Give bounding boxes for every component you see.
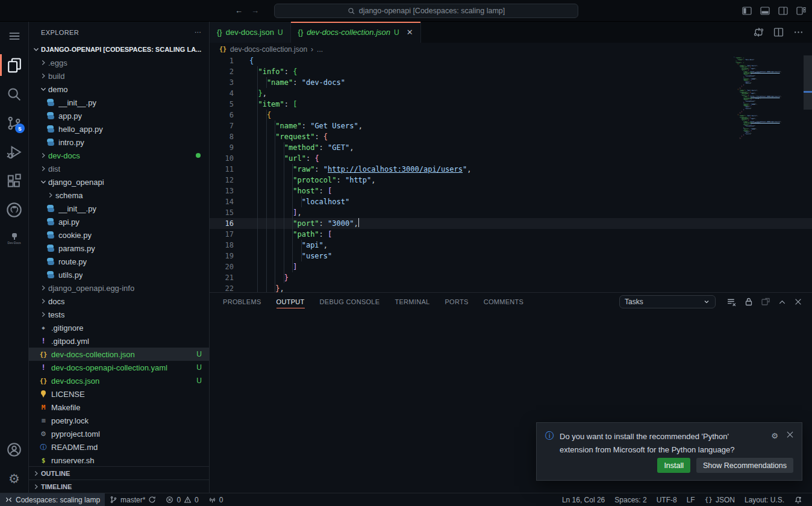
status-indentation[interactable]: Spaces: 2 (610, 493, 651, 506)
tree-item[interactable]: django_openapi (29, 175, 209, 189)
tree-item[interactable]: __init__.py (29, 96, 209, 109)
tree-item[interactable]: ⚙pyproject.toml (29, 427, 209, 440)
tree-item[interactable]: .eggs (29, 56, 209, 69)
editor-line-1[interactable]: 1{ (210, 55, 812, 66)
editor-line-5[interactable]: 5 "item": [ (210, 99, 812, 110)
editor-line-19[interactable]: 19 "users" (210, 251, 812, 261)
breadcrumb-file[interactable]: dev-docs-collection.json (230, 45, 307, 54)
install-button[interactable]: Install (657, 458, 690, 473)
command-center-search[interactable]: django-openapi [Codespaces: scaling lamp… (274, 4, 578, 18)
tree-item[interactable]: utils.py (29, 268, 209, 281)
editor-line-2[interactable]: 2 "info": { (210, 66, 812, 77)
toggle-primary-sidebar-icon[interactable] (742, 7, 752, 15)
tree-item[interactable]: !dev-docs-openapi-collection.yamlU (29, 361, 209, 374)
breadcrumb-more[interactable]: ... (317, 45, 323, 54)
tree-item[interactable]: django_openapi.egg-info (29, 281, 209, 295)
editor-line-6[interactable]: 6 { (210, 110, 812, 120)
tree-item[interactable]: !.gitpod.yml (29, 334, 209, 348)
explorer-activity-item[interactable] (0, 51, 28, 80)
customize-layout-icon[interactable] (796, 7, 806, 15)
source-control-activity-item[interactable]: 5 (0, 108, 28, 137)
panel-tab-comments[interactable]: COMMENTS (484, 293, 524, 311)
account-activity-item[interactable] (0, 435, 28, 464)
panel-tab-ports[interactable]: PORTS (445, 293, 468, 311)
status-remote-indicator[interactable]: Codespaces: scaling lamp (0, 493, 105, 506)
tree-item[interactable]: app.py (29, 109, 209, 122)
editor-line-21[interactable]: 21 } (210, 272, 812, 283)
tree-item[interactable]: tests (29, 308, 209, 321)
editor-line-22[interactable]: 22 }, (210, 283, 812, 292)
close-tab-icon[interactable]: ✕ (407, 28, 413, 37)
tree-item[interactable]: build (29, 69, 209, 83)
close-panel-icon[interactable] (794, 298, 802, 306)
status-language-mode[interactable]: {}JSON (700, 493, 740, 506)
tree-item[interactable]: route.py (29, 255, 209, 268)
editor-line-16[interactable]: 16 "port": "3000", (210, 218, 812, 229)
editor-line-7[interactable]: 7 "name": "Get Users", (210, 120, 812, 131)
more-actions-icon[interactable] (793, 27, 804, 37)
tree-item[interactable]: LICENSE (29, 387, 209, 401)
navigate-forward-icon[interactable]: → (251, 6, 259, 15)
tree-item[interactable]: ◆.gitignore (29, 321, 209, 334)
panel-tab-output[interactable]: OUTPUT (276, 293, 305, 311)
github-activity-item[interactable] (0, 195, 28, 224)
panel-tab-debug-console[interactable]: DEBUG CONSOLE (320, 293, 380, 311)
tree-item[interactable]: __init__.py (29, 202, 209, 215)
toggle-secondary-sidebar-icon[interactable] (778, 7, 788, 15)
status-problems[interactable]: 00 (161, 493, 203, 506)
tree-item[interactable]: demo (29, 83, 209, 96)
editor-line-18[interactable]: 18 "api", (210, 240, 812, 251)
clear-output-icon[interactable] (726, 297, 737, 307)
editor-line-20[interactable]: 20 ] (210, 261, 812, 272)
explorer-actions-icon[interactable]: ⋯ (195, 28, 202, 36)
editor-line-8[interactable]: 8 "request": { (210, 131, 812, 142)
status-notifications-bell[interactable] (789, 493, 807, 506)
tree-item[interactable]: {}dev-docs.jsonU (29, 374, 209, 387)
editor-line-13[interactable]: 13 "host": [ (210, 186, 812, 196)
editor-line-12[interactable]: 12 "protocol": "http", (210, 175, 812, 186)
status-git-branch[interactable]: master* (105, 493, 161, 506)
extensions-activity-item[interactable] (0, 166, 28, 195)
editor-line-4[interactable]: 4 }, (210, 88, 812, 99)
tree-item[interactable]: ⓘREADME.md (29, 440, 209, 454)
tree-item[interactable]: intro.py (29, 136, 209, 149)
sidebar-section-timeline[interactable]: TIMELINE (29, 479, 209, 493)
tree-root-item[interactable]: DJANGO-OPENAPI [CODESPACES: SCALING LA..… (29, 43, 209, 56)
output-channel-select[interactable]: Tasks (619, 295, 716, 308)
status-keyboard-layout[interactable]: Layout: U.S. (740, 493, 789, 506)
open-in-editor-icon[interactable] (761, 297, 770, 307)
editor-line-10[interactable]: 10 "url": { (210, 153, 812, 164)
maximize-panel-icon[interactable] (778, 298, 787, 307)
notification-close-icon[interactable] (787, 431, 793, 438)
editor-line-15[interactable]: 15 ], (210, 207, 812, 218)
panel-tab-problems[interactable]: PROBLEMS (223, 293, 261, 311)
tree-item[interactable]: MMakefile (29, 401, 209, 414)
settings-gear-activity-item[interactable]: ⚙ (0, 464, 28, 493)
editor-line-3[interactable]: 3 "name": "dev-docs" (210, 77, 812, 88)
editor-line-11[interactable]: 11 "raw": "http://localhost:3000/api/use… (210, 164, 812, 175)
run-debug-activity-item[interactable] (0, 137, 28, 166)
navigate-back-icon[interactable]: ← (235, 6, 243, 15)
toggle-panel-icon[interactable] (760, 7, 770, 15)
breadcrumb[interactable]: {} dev-docs-collection.json › ... (210, 43, 812, 55)
tree-item[interactable]: cookie.py (29, 228, 209, 242)
show-recommendations-button[interactable]: Show Recommendations (696, 458, 793, 473)
tree-item[interactable]: $runserver.sh (29, 454, 209, 466)
split-editor-icon[interactable] (773, 27, 784, 37)
status-encoding[interactable]: UTF-8 (652, 493, 682, 506)
tree-item[interactable]: {}dev-docs-collection.jsonU (29, 348, 209, 361)
menu-activity-item[interactable] (0, 22, 28, 51)
tree-item[interactable]: dist (29, 162, 209, 175)
scrollbar-slider[interactable] (804, 55, 812, 110)
devdocs-activity-item[interactable]: Dev-Docs (0, 224, 28, 253)
editor-tab-dev-docs.json[interactable]: {}dev-docs.jsonU (210, 22, 291, 43)
tree-item[interactable]: dev-docs (29, 149, 209, 162)
editor-tab-dev-docs-collection.json[interactable]: {}dev-docs-collection.jsonU✕ (291, 22, 421, 43)
status-eol[interactable]: LF (682, 493, 700, 506)
tree-item[interactable]: schema (29, 189, 209, 202)
tree-item[interactable]: params.py (29, 242, 209, 255)
editor-line-17[interactable]: 17 "path": [ (210, 229, 812, 240)
editor-scrollbar[interactable] (804, 55, 812, 292)
open-changes-icon[interactable] (754, 27, 764, 37)
tree-item[interactable]: docs (29, 295, 209, 308)
